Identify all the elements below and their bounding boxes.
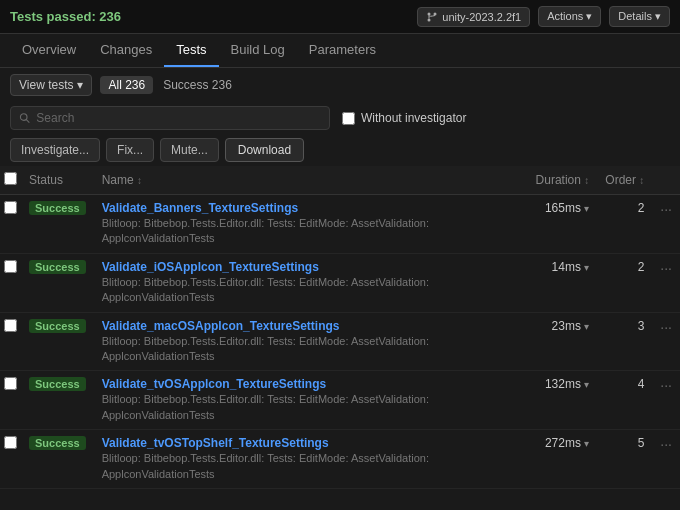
duration-arrow-icon: ▾ bbox=[584, 379, 589, 390]
row-duration-cell: 272ms ▾ bbox=[517, 430, 597, 489]
row-checkbox[interactable] bbox=[4, 436, 17, 449]
row-duration-cell: 23ms ▾ bbox=[517, 312, 597, 371]
row-name-cell: Validate_tvOSApplcon_TextureSettings Bli… bbox=[94, 371, 518, 430]
duration-sort-icon: ↕ bbox=[584, 175, 589, 186]
pill-all[interactable]: All 236 bbox=[100, 76, 153, 94]
toolbar-row: View tests ▾ All 236 Success 236 bbox=[0, 68, 680, 102]
header-status: Status bbox=[21, 166, 94, 195]
row-more-cell[interactable]: ··· bbox=[652, 253, 680, 312]
row-name-cell: Validate_macOSApplcon_TextureSettings Bl… bbox=[94, 312, 518, 371]
search-input[interactable] bbox=[36, 111, 321, 125]
table-row: Success Validate_tvOSTopShelf_TextureSet… bbox=[0, 430, 680, 489]
actions-button[interactable]: Actions ▾ bbox=[538, 6, 601, 27]
order-value: 2 bbox=[638, 201, 645, 215]
row-checkbox[interactable] bbox=[4, 377, 17, 390]
test-name[interactable]: Validate_Banners_TextureSettings bbox=[102, 201, 510, 215]
table-row: Success Validate_macOSApplcon_TextureSet… bbox=[0, 312, 680, 371]
mute-button[interactable]: Mute... bbox=[160, 138, 219, 162]
test-name[interactable]: Validate_macOSApplcon_TextureSettings bbox=[102, 319, 510, 333]
row-name-cell: Validate_tvOSTopShelf_TextureSettings Bl… bbox=[94, 430, 518, 489]
row-duration-cell: 165ms ▾ bbox=[517, 195, 597, 254]
table-row: Success Validate_tvOSApplcon_TextureSett… bbox=[0, 371, 680, 430]
download-button[interactable]: Download bbox=[225, 138, 304, 162]
row-checkbox-cell bbox=[0, 253, 21, 312]
filter-pills: All 236 Success 236 bbox=[100, 76, 239, 94]
row-checkbox[interactable] bbox=[4, 201, 17, 214]
actions-row: Investigate... Fix... Mute... Download bbox=[0, 134, 680, 166]
row-name-cell: Validate_iOSApplcon_TextureSettings Blit… bbox=[94, 253, 518, 312]
row-more-cell[interactable]: ··· bbox=[652, 195, 680, 254]
test-name[interactable]: Validate_tvOSTopShelf_TextureSettings bbox=[102, 436, 510, 450]
without-investigator-label: Without investigator bbox=[361, 111, 466, 125]
row-order-cell: 3 bbox=[597, 312, 652, 371]
view-tests-button[interactable]: View tests ▾ bbox=[10, 74, 92, 96]
order-value: 3 bbox=[638, 319, 645, 333]
branch-label: unity-2023.2.2f1 bbox=[442, 11, 521, 23]
row-checkbox[interactable] bbox=[4, 319, 17, 332]
duration-arrow-icon: ▾ bbox=[584, 262, 589, 273]
test-name[interactable]: Validate_iOSApplcon_TextureSettings bbox=[102, 260, 510, 274]
without-investigator-filter[interactable]: Without investigator bbox=[342, 111, 466, 125]
row-order-cell: 2 bbox=[597, 195, 652, 254]
tab-build-log[interactable]: Build Log bbox=[219, 34, 297, 67]
row-checkbox-cell bbox=[0, 488, 21, 491]
test-meta: Blitloop: Bitbebop.Tests.Editor.dll: Tes… bbox=[102, 392, 510, 423]
filter-row: Without investigator bbox=[0, 102, 680, 134]
svg-point-2 bbox=[434, 12, 437, 15]
order-sort-icon: ↕ bbox=[639, 175, 644, 186]
row-checkbox-cell bbox=[0, 430, 21, 489]
top-bar: Tests passed: 236 unity-2023.2.2f1 Actio… bbox=[0, 0, 680, 34]
fix-button[interactable]: Fix... bbox=[106, 138, 154, 162]
duration-arrow-icon: ▾ bbox=[584, 203, 589, 214]
tab-overview[interactable]: Overview bbox=[10, 34, 88, 67]
row-more-cell[interactable]: ··· bbox=[652, 430, 680, 489]
table-body: Success Validate_Banners_TextureSettings… bbox=[0, 195, 680, 492]
status-badge: Success bbox=[29, 436, 86, 450]
svg-point-4 bbox=[20, 114, 27, 121]
table-row: Success Validate_Banners_TextureSettings… bbox=[0, 195, 680, 254]
table-row: Success Validate_iOSApplcon_TextureSetti… bbox=[0, 253, 680, 312]
row-status-cell: Success bbox=[21, 312, 94, 371]
investigate-button[interactable]: Investigate... bbox=[10, 138, 100, 162]
order-value: 5 bbox=[638, 436, 645, 450]
test-meta: Blitloop: Bitbebop.Tests.Editor.dll: Tes… bbox=[102, 451, 510, 482]
tab-changes[interactable]: Changes bbox=[88, 34, 164, 67]
header-checkbox-col bbox=[0, 166, 21, 195]
test-meta: Blitloop: Bitbebop.Tests.Editor.dll: Tes… bbox=[102, 334, 510, 365]
order-value: 4 bbox=[638, 377, 645, 391]
tests-table: Status Name ↕ Duration ↕ Order ↕ bbox=[0, 166, 680, 491]
test-name[interactable]: Validate_tvOSApplcon_TextureSettings bbox=[102, 377, 510, 391]
row-more-cell[interactable]: ··· bbox=[652, 488, 680, 491]
duration-value: 272ms bbox=[545, 436, 581, 450]
tests-passed-label: Tests passed: 236 bbox=[10, 9, 409, 24]
table-row: Success Has_Interpolate_Enabled_For_Rigi… bbox=[0, 488, 680, 491]
row-duration-cell: 132ms ▾ bbox=[517, 371, 597, 430]
row-status-cell: Success bbox=[21, 371, 94, 430]
row-checkbox[interactable] bbox=[4, 260, 17, 273]
header-name[interactable]: Name ↕ bbox=[94, 166, 518, 195]
row-checkbox-cell bbox=[0, 195, 21, 254]
row-status-cell: Success bbox=[21, 253, 94, 312]
svg-point-0 bbox=[428, 12, 431, 15]
order-value: 2 bbox=[638, 260, 645, 274]
test-meta: Blitloop: Bitbebop.Tests.Editor.dll: Tes… bbox=[102, 216, 510, 247]
header-order[interactable]: Order ↕ bbox=[597, 166, 652, 195]
row-order-cell: 2 bbox=[597, 253, 652, 312]
name-sort-icon: ↕ bbox=[137, 175, 142, 186]
tab-tests[interactable]: Tests bbox=[164, 34, 218, 67]
header-duration[interactable]: Duration ↕ bbox=[517, 166, 597, 195]
without-investigator-checkbox[interactable] bbox=[342, 112, 355, 125]
select-all-checkbox[interactable] bbox=[4, 172, 17, 185]
row-more-cell[interactable]: ··· bbox=[652, 312, 680, 371]
tab-parameters[interactable]: Parameters bbox=[297, 34, 388, 67]
row-more-cell[interactable]: ··· bbox=[652, 371, 680, 430]
details-button[interactable]: Details ▾ bbox=[609, 6, 670, 27]
row-name-cell: Validate_Banners_TextureSettings Blitloo… bbox=[94, 195, 518, 254]
branch-button[interactable]: unity-2023.2.2f1 bbox=[417, 7, 530, 27]
view-tests-chevron: ▾ bbox=[77, 78, 83, 92]
row-name-cell: Has_Interpolate_Enabled_For_RigidBody Bl… bbox=[94, 488, 518, 491]
row-duration-cell: 1ms ▾ bbox=[517, 488, 597, 491]
pill-success[interactable]: Success 236 bbox=[155, 76, 240, 94]
row-status-cell: Success bbox=[21, 430, 94, 489]
duration-value: 14ms bbox=[552, 260, 581, 274]
